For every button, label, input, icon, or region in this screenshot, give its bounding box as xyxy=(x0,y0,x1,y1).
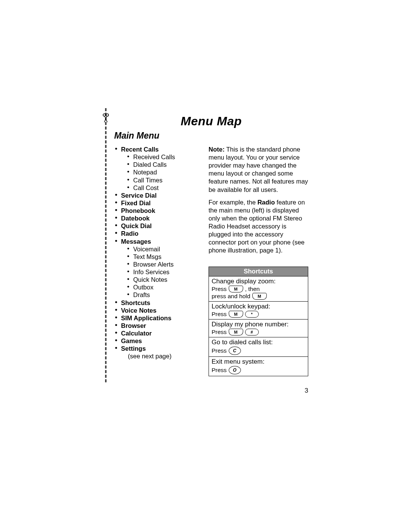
key-icon: C xyxy=(229,347,241,355)
shortcut-text: Press xyxy=(212,367,227,374)
shortcut-keys: Press M# xyxy=(212,329,305,335)
submenu-list: VoicemailText MsgsBrowser AlertsInfo Ser… xyxy=(127,245,196,299)
shortcut-row: Change display zoom:Press M, thenpress a… xyxy=(209,276,308,302)
svg-point-1 xyxy=(106,114,108,116)
shortcut-keys: Press M, then xyxy=(212,286,305,292)
svg-point-0 xyxy=(103,114,105,116)
submenu-item: Notepad xyxy=(127,168,196,176)
menu-item-label: Messages xyxy=(121,238,151,245)
menu-item: Datebook xyxy=(114,214,196,222)
page: Menu Map Main Menu Recent CallsReceived … xyxy=(0,0,411,532)
radio-para-post: feature on the main menu (left) is displ… xyxy=(209,199,305,254)
menu-item: Voice Notes xyxy=(114,307,196,314)
shortcut-text: Press xyxy=(212,329,227,335)
key-icon: O xyxy=(229,366,241,374)
menu-item: MessagesVoicemailText MsgsBrowser Alerts… xyxy=(114,238,196,299)
menu-item-label: Games xyxy=(121,337,142,344)
submenu-list: Received CallsDialed CallsNotepadCall Ti… xyxy=(127,153,196,192)
menu-item-label: Voice Notes xyxy=(121,307,156,314)
menu-item-label: SIM Applications xyxy=(121,315,171,321)
shortcut-text: Press xyxy=(212,311,227,318)
shortcut-row: Go to dialed calls list:Press C xyxy=(209,337,308,357)
menu-item: Service Dial xyxy=(114,192,196,199)
menu-item-label: Browser xyxy=(121,322,146,329)
shortcut-title: Change display zoom: xyxy=(212,278,305,285)
menu-item-label: Phonebook xyxy=(121,207,155,214)
submenu-item: Drafts xyxy=(127,291,196,299)
cut-line xyxy=(105,108,107,382)
menu-item: Radio xyxy=(114,230,196,237)
menu-item-label: Quick Dial xyxy=(121,222,152,229)
shortcut-row: Display my phone number:Press M# xyxy=(209,320,308,337)
key-icon: M xyxy=(229,311,243,318)
svg-line-3 xyxy=(104,116,107,122)
submenu-item: Call Cost xyxy=(127,184,196,192)
note-paragraph: Note: This is the standard phone menu la… xyxy=(209,145,308,194)
radio-para-pre: For example, the xyxy=(209,199,257,206)
shortcut-keys: Press M* xyxy=(212,311,305,318)
menu-item: Calculator xyxy=(114,329,196,337)
submenu-item: Outbox xyxy=(127,283,196,291)
menu-item: Phonebook xyxy=(114,207,196,214)
menu-item-label: Radio xyxy=(121,230,139,237)
menu-item-label: Fixed Dial xyxy=(121,200,151,206)
shortcuts-box: Shortcuts Change display zoom:Press M, t… xyxy=(209,267,308,376)
radio-paragraph: For example, the Radio feature on the ma… xyxy=(209,198,308,255)
shortcut-text: , then xyxy=(245,286,260,292)
submenu-item: Dialed Calls xyxy=(127,161,196,168)
menu-item: Quick Dial xyxy=(114,222,196,230)
key-icon: M xyxy=(229,286,243,292)
shortcut-title: Lock/unlock keypad: xyxy=(212,303,305,310)
key-icon: M xyxy=(252,293,267,300)
menu-column: Recent CallsReceived CallsDialed CallsNo… xyxy=(114,145,196,376)
note-body: This is the standard phone menu layout. … xyxy=(209,146,308,193)
svg-line-2 xyxy=(105,116,107,122)
page-number: 3 xyxy=(305,387,308,395)
shortcut-title: Go to dialed calls list: xyxy=(212,339,305,346)
shortcut-row: Lock/unlock keypad:Press M* xyxy=(209,302,308,320)
scissors-icon xyxy=(102,113,109,125)
menu-item: Games xyxy=(114,337,196,345)
menu-item: Shortcuts xyxy=(114,299,196,307)
shortcut-keys: Press C xyxy=(212,347,305,355)
menu-item: Browser xyxy=(114,322,196,329)
menu-item-label: Settings xyxy=(121,345,146,352)
radio-para-bold: Radio xyxy=(257,199,275,206)
key-icon: M xyxy=(229,329,243,335)
menu-item-label: Shortcuts xyxy=(121,299,150,306)
menu-item-label: Recent Calls xyxy=(121,146,159,153)
submenu-item: Voicemail xyxy=(127,245,196,253)
main-menu-list: Recent CallsReceived CallsDialed CallsNo… xyxy=(114,145,196,360)
key-icon: # xyxy=(245,329,259,335)
shortcut-keys: Press O xyxy=(212,366,305,374)
shortcuts-header: Shortcuts xyxy=(209,267,308,276)
menu-item-note: (see next page) xyxy=(128,352,196,360)
content-area: Menu Map Main Menu Recent CallsReceived … xyxy=(114,114,308,376)
menu-item: Recent CallsReceived CallsDialed CallsNo… xyxy=(114,145,196,192)
menu-item: Fixed Dial xyxy=(114,199,196,207)
menu-item-label: Service Dial xyxy=(121,192,157,199)
shortcut-keys: press and hold M xyxy=(212,293,305,300)
submenu-item: Call Times xyxy=(127,176,196,184)
shortcut-title: Exit menu system: xyxy=(212,358,305,366)
submenu-item: Browser Alerts xyxy=(127,260,196,268)
page-title: Menu Map xyxy=(114,114,308,128)
submenu-item: Text Msgs xyxy=(127,253,196,260)
shortcut-text: Press xyxy=(212,286,227,292)
note-prefix: Note: xyxy=(209,146,225,153)
menu-item-label: Calculator xyxy=(121,330,152,337)
menu-item: Settings(see next page) xyxy=(114,345,196,360)
shortcut-text: press and hold xyxy=(212,293,250,300)
menu-item-label: Datebook xyxy=(121,215,150,222)
notes-column: Note: This is the standard phone menu la… xyxy=(209,145,308,376)
shortcut-title: Display my phone number: xyxy=(212,321,305,328)
section-title: Main Menu xyxy=(114,131,308,141)
shortcut-row: Exit menu system:Press O xyxy=(209,357,308,376)
key-icon: * xyxy=(245,311,259,318)
submenu-item: Info Services xyxy=(127,268,196,276)
shortcut-text: Press xyxy=(212,347,227,354)
submenu-item: Quick Notes xyxy=(127,276,196,283)
submenu-item: Received Calls xyxy=(127,153,196,161)
menu-item: SIM Applications xyxy=(114,314,196,322)
